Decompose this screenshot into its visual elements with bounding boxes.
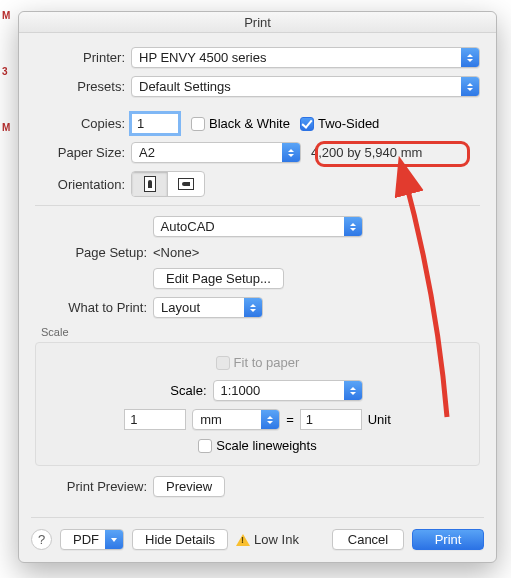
scale-right-input[interactable] [300, 409, 362, 430]
scale-select[interactable]: 1:1000 [213, 380, 363, 401]
warning-icon [236, 534, 250, 546]
presets-select[interactable]: Default Settings [131, 76, 480, 97]
copies-label: Copies: [35, 116, 131, 131]
pdf-label: PDF [73, 532, 99, 547]
print-preview-label: Print Preview: [35, 479, 153, 494]
presets-value: Default Settings [139, 77, 231, 96]
preview-button[interactable]: Preview [153, 476, 225, 497]
what-to-print-label: What to Print: [35, 300, 153, 315]
bw-checkbox[interactable] [191, 117, 205, 131]
what-to-print-value: Layout [161, 298, 200, 317]
orientation-label: Orientation: [35, 177, 131, 192]
scale-lineweights-label: Scale lineweights [216, 438, 316, 453]
scale-lineweights-checkbox[interactable] [198, 439, 212, 453]
pdf-menu-button[interactable]: PDF [60, 529, 124, 550]
section-value: AutoCAD [161, 217, 215, 236]
fit-to-paper-checkbox [216, 356, 230, 370]
divider [35, 205, 480, 206]
printer-value: HP ENVY 4500 series [139, 48, 266, 67]
page-setup-label: Page Setup: [35, 245, 153, 260]
help-button[interactable]: ? [31, 529, 52, 550]
twosided-checkbox[interactable] [300, 117, 314, 131]
section-select[interactable]: AutoCAD [153, 216, 363, 237]
unit-label: Unit [368, 412, 391, 427]
bg-text: 3 [2, 66, 8, 77]
orientation-segmented [131, 171, 205, 197]
paper-dimensions: 4,200 by 5,940 mm [311, 145, 422, 160]
window-title: Print [19, 12, 496, 33]
orientation-portrait[interactable] [132, 172, 168, 196]
edit-page-setup-button[interactable]: Edit Page Setup... [153, 268, 284, 289]
low-ink-warning: Low Ink [236, 532, 299, 547]
scale-group: Fit to paper Scale: 1:1000 mm = Unit [35, 342, 480, 466]
paper-size-label: Paper Size: [35, 145, 131, 160]
bw-label: Black & White [209, 116, 290, 131]
page-setup-value: <None> [153, 245, 199, 260]
equals-label: = [286, 412, 294, 427]
scale-title: Scale [41, 326, 480, 338]
printer-select[interactable]: HP ENVY 4500 series [131, 47, 480, 68]
print-button[interactable]: Print [412, 529, 484, 550]
orientation-landscape[interactable] [168, 172, 204, 196]
presets-label: Presets: [35, 79, 131, 94]
scale-left-input[interactable] [124, 409, 186, 430]
printer-label: Printer: [35, 50, 131, 65]
print-dialog: Print Printer: HP ENVY 4500 series Prese… [18, 11, 497, 563]
scale-label: Scale: [153, 383, 213, 398]
fit-to-paper-label: Fit to paper [234, 355, 300, 370]
scale-value: 1:1000 [221, 381, 261, 400]
cancel-button[interactable]: Cancel [332, 529, 404, 550]
copies-input[interactable] [131, 113, 179, 134]
bg-text: M [2, 122, 10, 133]
paper-size-value: A2 [139, 143, 155, 162]
scale-unit-select[interactable]: mm [192, 409, 280, 430]
paper-size-select[interactable]: A2 [131, 142, 301, 163]
bg-text: M [2, 10, 10, 21]
what-to-print-select[interactable]: Layout [153, 297, 263, 318]
hide-details-button[interactable]: Hide Details [132, 529, 228, 550]
divider-bottom [31, 517, 484, 518]
twosided-label: Two-Sided [318, 116, 379, 131]
low-ink-label: Low Ink [254, 532, 299, 547]
scale-unit-value: mm [200, 410, 222, 429]
